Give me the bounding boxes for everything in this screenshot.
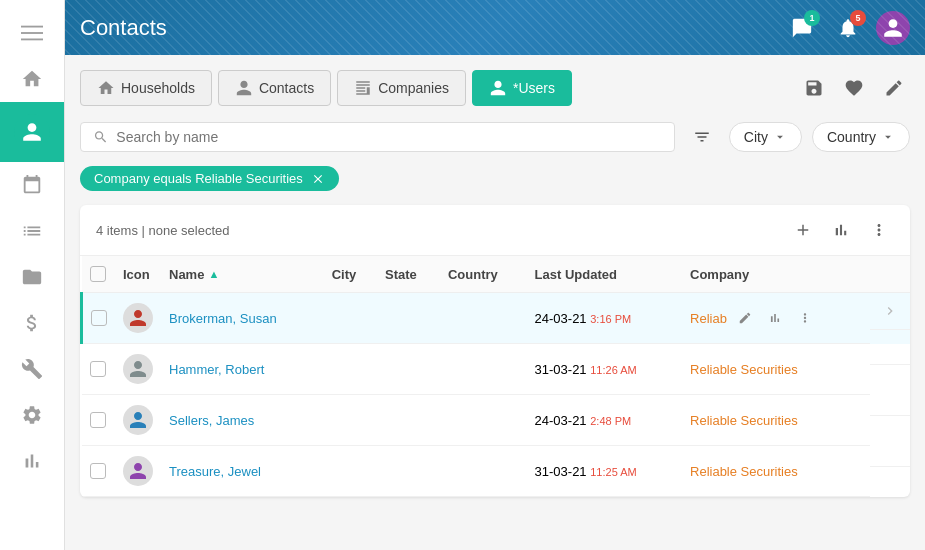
td-check-3 [82, 395, 116, 446]
th-check [82, 256, 116, 293]
sidebar-item-chart[interactable] [0, 438, 64, 484]
add-button[interactable] [788, 215, 818, 245]
td-icon-3 [115, 395, 161, 446]
td-check-1 [82, 293, 116, 344]
tab-contacts-label: Contacts [259, 80, 314, 96]
td-city-1 [324, 293, 377, 344]
row-checkbox-1[interactable] [91, 310, 107, 326]
th-icon: Icon [115, 256, 161, 293]
tab-companies[interactable]: Companies [337, 70, 466, 106]
td-name-1: Brokerman, Susan [161, 293, 324, 344]
td-icon-2 [115, 344, 161, 395]
sidebar-item-user[interactable] [0, 102, 64, 162]
table-row: Hammer, Robert 31-03-21 11:26 AM Reliabl… [82, 344, 911, 395]
contact-avatar-1 [123, 303, 153, 333]
td-country-1 [440, 293, 527, 344]
filter-tag-close[interactable] [311, 172, 325, 186]
td-state-1 [377, 293, 440, 344]
edit-button[interactable] [878, 72, 910, 104]
contact-avatar-2 [123, 354, 153, 384]
notifications-badge: 5 [850, 10, 866, 26]
content-area: Households Contacts Companies *Users [65, 55, 925, 550]
tab-households[interactable]: Households [80, 70, 212, 106]
svg-rect-1 [21, 32, 43, 34]
th-state: State [377, 256, 440, 293]
td-company-2: Reliable Securities [682, 344, 870, 395]
contact-name-3[interactable]: Sellers, James [169, 413, 254, 428]
chat-button[interactable]: 1 [784, 10, 820, 46]
sidebar-item-dollar[interactable] [0, 300, 64, 346]
sidebar-item-home[interactable] [0, 56, 64, 102]
td-updated-1: 24-03-21 3:16 PM [527, 293, 682, 344]
city-filter[interactable]: City [729, 122, 802, 152]
tab-contacts[interactable]: Contacts [218, 70, 331, 106]
sidebar-item-calendar[interactable] [0, 162, 64, 208]
td-check-2 [82, 344, 116, 395]
search-input[interactable] [116, 129, 662, 145]
contact-name-2[interactable]: Hammer, Robert [169, 362, 264, 377]
search-icon [93, 129, 108, 145]
tab-users-label: *Users [513, 80, 555, 96]
svg-rect-2 [21, 39, 43, 41]
td-country-2 [440, 344, 527, 395]
contact-name-4[interactable]: Treasure, Jewel [169, 464, 261, 479]
td-state-3 [377, 395, 440, 446]
contacts-table: Icon Name ▲ City State Country Last Upda… [80, 256, 910, 497]
app-header: Contacts 1 5 [65, 0, 925, 55]
table-row: Sellers, James 24-03-21 2:48 PM Reliable… [82, 395, 911, 446]
table-header-actions [788, 215, 894, 245]
th-name[interactable]: Name ▲ [161, 256, 324, 293]
chart-button[interactable] [826, 215, 856, 245]
tab-users[interactable]: *Users [472, 70, 572, 106]
row-checkbox-4[interactable] [90, 463, 106, 479]
search-box[interactable] [80, 122, 675, 152]
active-filter-tag: Company equals Reliable Securities [80, 166, 339, 191]
td-country-4 [440, 446, 527, 497]
td-expand-1[interactable] [870, 293, 910, 330]
contact-name-1[interactable]: Brokerman, Susan [169, 311, 277, 326]
tab-households-label: Households [121, 80, 195, 96]
td-company-4: Reliable Securities [682, 446, 870, 497]
country-filter[interactable]: Country [812, 122, 910, 152]
edit-row-1[interactable] [733, 306, 757, 330]
heart-button[interactable] [838, 72, 870, 104]
td-city-2 [324, 344, 377, 395]
filter-tag-label: Company equals Reliable Securities [94, 171, 303, 186]
td-city-3 [324, 395, 377, 446]
table-header: 4 items | none selected [80, 205, 910, 256]
filter-button[interactable] [685, 120, 719, 154]
contact-avatar-4 [123, 456, 153, 486]
chart-row-1[interactable] [763, 306, 787, 330]
td-expand-3[interactable] [870, 395, 910, 416]
sidebar-item-folder[interactable] [0, 254, 64, 300]
th-city: City [324, 256, 377, 293]
more-button[interactable] [864, 215, 894, 245]
sidebar-item-list[interactable] [0, 208, 64, 254]
svg-rect-0 [21, 26, 43, 28]
country-filter-label: Country [827, 129, 876, 145]
chat-badge: 1 [804, 10, 820, 26]
contact-avatar-3 [123, 405, 153, 435]
table-card: 4 items | none selected [80, 205, 910, 497]
sort-asc-icon: ▲ [208, 268, 219, 280]
td-country-3 [440, 395, 527, 446]
td-name-4: Treasure, Jewel [161, 446, 324, 497]
td-expand-2[interactable] [870, 344, 910, 365]
table-count: 4 items | none selected [96, 223, 229, 238]
th-last-updated: Last Updated [527, 256, 682, 293]
row-checkbox-2[interactable] [90, 361, 106, 377]
th-country: Country [440, 256, 527, 293]
select-all-checkbox[interactable] [90, 266, 106, 282]
more-row-1[interactable] [793, 306, 817, 330]
row-checkbox-3[interactable] [90, 412, 106, 428]
tab-companies-label: Companies [378, 80, 449, 96]
sidebar-item-menu[interactable] [0, 10, 64, 56]
td-icon-1 [115, 293, 161, 344]
sidebar [0, 0, 65, 550]
td-expand-4[interactable] [870, 446, 910, 467]
save-button[interactable] [798, 72, 830, 104]
notifications-button[interactable]: 5 [830, 10, 866, 46]
sidebar-item-gear[interactable] [0, 392, 64, 438]
td-company-1: Reliab [682, 293, 870, 344]
sidebar-item-wrench[interactable] [0, 346, 64, 392]
